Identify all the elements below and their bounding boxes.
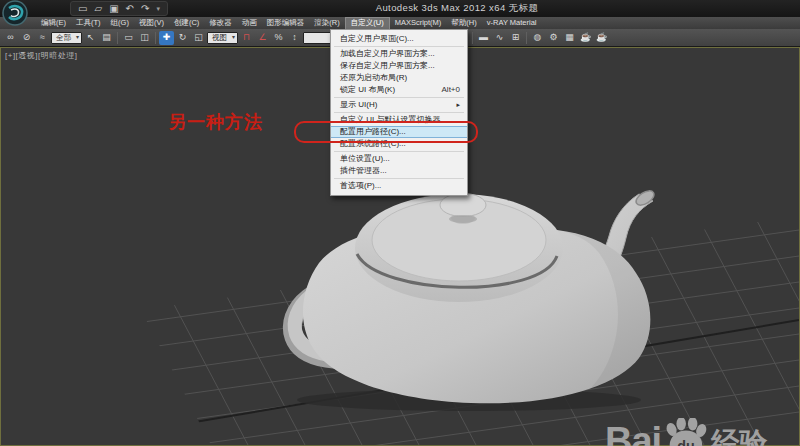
select-by-name-icon[interactable]: ▤ xyxy=(99,31,114,45)
annotation-text: 另一种方法 xyxy=(168,110,263,134)
spinner-snap-icon[interactable]: ↕ xyxy=(287,31,302,45)
chevron-down-icon: ▾ xyxy=(76,32,79,43)
menu-create[interactable]: 创建(C) xyxy=(169,17,204,29)
schematic-view-icon[interactable]: ⊞ xyxy=(508,31,523,45)
lid-knob xyxy=(440,194,486,217)
menu-separator xyxy=(334,151,464,152)
curve-editor-icon[interactable]: ∿ xyxy=(492,31,507,45)
select-and-rotate-icon[interactable]: ↻ xyxy=(175,31,190,45)
save-file-icon[interactable]: ▣ xyxy=(109,2,118,15)
select-and-move-icon[interactable]: ✚ xyxy=(159,31,174,45)
menu-views[interactable]: 视图(V) xyxy=(134,17,169,29)
quick-access-toolbar: ▭ ▱ ▣ ↶ ↷ ▾ xyxy=(70,1,168,16)
selection-filter-dropdown[interactable]: 全部 ▾ xyxy=(51,32,82,44)
chevron-down-icon: ▾ xyxy=(232,32,235,43)
menu-group[interactable]: 组(G) xyxy=(106,17,134,29)
menu-graph-editors[interactable]: 图形编辑器 xyxy=(262,17,310,29)
submenu-arrow-icon: ▸ xyxy=(456,99,460,111)
render-production-icon[interactable]: ☕ xyxy=(578,31,593,45)
baidu-paw-icon: du xyxy=(662,418,708,446)
undo-icon[interactable]: ↶ xyxy=(126,2,134,15)
menu-edit[interactable]: 编辑(E) xyxy=(36,17,71,29)
menuitem-plugin-manager[interactable]: 插件管理器... xyxy=(331,165,467,177)
quick-access-more-icon[interactable]: ▾ xyxy=(156,5,160,13)
menu-animation[interactable]: 动画 xyxy=(237,17,262,29)
unlink-selection-icon[interactable]: ⊘ xyxy=(19,31,34,45)
menu-vray-material[interactable]: v-RAY Material xyxy=(482,17,542,29)
menu-rendering[interactable]: 渲染(R) xyxy=(309,17,344,29)
toolbar-separator xyxy=(155,32,156,44)
select-object-icon[interactable]: ↖ xyxy=(83,31,98,45)
menu-separator xyxy=(334,97,464,98)
redo-icon[interactable]: ↷ xyxy=(141,2,149,15)
teapot-3d-model[interactable] xyxy=(292,188,656,411)
toolbar-separator xyxy=(117,32,118,44)
annotation-red-circle xyxy=(294,121,478,143)
3dsmax-window: Autodesk 3ds Max 2012 x64 无标题 ▭ ▱ ▣ ↶ ↷ … xyxy=(0,0,800,446)
menuitem-lock-ui-layout[interactable]: 锁定 UI 布局(K) Alt+0 xyxy=(331,84,467,96)
window-crossing-icon[interactable]: ◫ xyxy=(137,31,152,45)
viewport-label[interactable]: [+][透视][明暗处理] xyxy=(5,50,78,61)
open-file-icon[interactable]: ▱ xyxy=(94,2,102,15)
menu-separator xyxy=(334,46,464,47)
render-setup-icon[interactable]: ⚙ xyxy=(546,31,561,45)
select-and-scale-icon[interactable]: ◱ xyxy=(191,31,206,45)
select-and-link-icon[interactable]: ∞ xyxy=(3,31,18,45)
menuitem-save-ui-scheme[interactable]: 保存自定义用户界面方案... xyxy=(331,60,467,72)
menu-bar: 编辑(E) 工具(T) 组(G) 视图(V) 创建(C) 修改器 动画 图形编辑… xyxy=(0,17,800,29)
baidu-logo-text: Bai xyxy=(605,422,661,446)
menuitem-customize-ui[interactable]: 自定义用户界面(C)... xyxy=(331,33,467,45)
window-title: Autodesk 3ds Max 2012 x64 无标题 xyxy=(376,2,539,15)
menuitem-show-ui[interactable]: 显示 UI(H) ▸ xyxy=(331,99,467,111)
menu-separator xyxy=(334,112,464,113)
menu-tools[interactable]: 工具(T) xyxy=(71,17,106,29)
menu-separator xyxy=(334,178,464,179)
3dsmax-logo-icon xyxy=(2,0,29,27)
rendered-frame-window-icon[interactable]: ▦ xyxy=(562,31,577,45)
menuitem-load-ui-scheme[interactable]: 加载自定义用户界面方案... xyxy=(331,48,467,60)
menu-modifiers[interactable]: 修改器 xyxy=(204,17,237,29)
menu-maxscript[interactable]: MAXScript(M) xyxy=(390,17,447,29)
snap-toggle-icon[interactable]: ⊓ xyxy=(239,31,254,45)
new-scene-icon[interactable]: ▭ xyxy=(78,2,87,15)
application-menu-button[interactable] xyxy=(2,0,29,27)
render-iterative-icon[interactable]: ☕ xyxy=(594,31,609,45)
menu-customize[interactable]: 自定义(U) xyxy=(345,17,390,29)
angle-snap-icon[interactable]: ∠ xyxy=(255,31,270,45)
selection-filter-value: 全部 xyxy=(56,32,71,43)
toolbar-separator xyxy=(526,32,527,44)
ribbon-toggle-icon[interactable]: ▬ xyxy=(476,31,491,45)
selection-region-icon[interactable]: ▭ xyxy=(121,31,136,45)
menuitem-revert-startup-layout[interactable]: 还原为启动布局(R) xyxy=(331,72,467,84)
menuitem-preferences[interactable]: 首选项(P)... xyxy=(331,180,467,192)
menuitem-units-setup[interactable]: 单位设置(U)... xyxy=(331,153,467,165)
shortcut-label: Alt+0 xyxy=(442,84,460,96)
reference-coordinate-value: 视图 xyxy=(212,32,227,43)
bind-to-spacewarp-icon[interactable]: ≈ xyxy=(35,31,50,45)
percent-snap-icon[interactable]: % xyxy=(271,31,286,45)
baidu-jingyan-watermark: Bai du 经验 jingyan.baidu.com xyxy=(605,418,767,446)
reference-coordinate-dropdown[interactable]: 视图 ▾ xyxy=(207,32,238,44)
customize-menu-dropdown: 自定义用户界面(C)... 加载自定义用户界面方案... 保存自定义用户界面方案… xyxy=(330,29,468,196)
svg-text:du: du xyxy=(677,438,695,446)
material-editor-icon[interactable]: ◍ xyxy=(530,31,545,45)
menu-help[interactable]: 帮助(H) xyxy=(446,17,481,29)
baidu-jingyan-text: 经验 xyxy=(711,426,767,446)
toolbar-separator xyxy=(472,32,473,44)
